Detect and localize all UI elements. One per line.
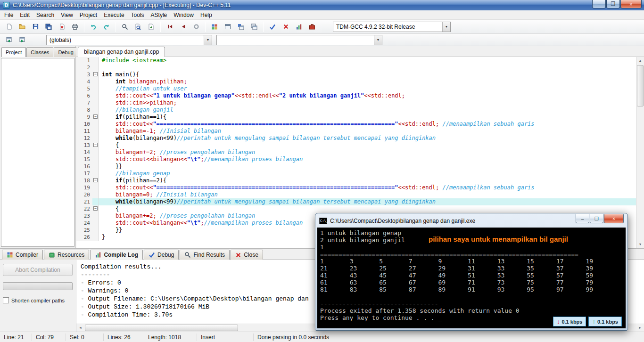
jump-forward-button[interactable] [177,21,189,33]
find-button[interactable] [119,21,131,33]
abort-compile-button[interactable] [280,21,292,33]
close-button[interactable]: × [620,0,642,8]
previous-unit-button[interactable] [3,34,15,46]
redo-button[interactable] [100,21,113,33]
toggle-breakpoint-button[interactable] [190,21,202,33]
compile-button[interactable] [208,21,221,33]
code-line-3[interactable]: 3−int main(){ [76,71,636,78]
code-line-5[interactable]: 5 //tampilan untuk user [76,85,636,92]
fold-marker-icon[interactable]: − [93,114,98,119]
minimize-button[interactable]: – [592,0,606,8]
menu-astyle[interactable]: AStyle [148,11,171,19]
menu-execute[interactable]: Execute [100,11,127,19]
code-line-18[interactable]: 18− if(pilihan==2){ [76,177,636,184]
profile-analysis-button[interactable] [293,21,305,33]
close-file-button[interactable] [56,21,68,33]
scroll-right-icon[interactable]: ► [636,324,644,332]
globals-select[interactable]: (globals) ▼ [46,35,212,45]
compiler-profile-select[interactable]: TDM-GCC 4.9.2 32-bit Release ▼ [333,22,451,32]
shorten-paths-checkbox[interactable] [3,297,9,303]
bottom-tab-compile-log[interactable]: Compile Log [90,250,143,260]
menu-help[interactable]: Help [197,11,215,19]
maximize-button[interactable]: ❒ [606,0,620,8]
titlebar[interactable]: D C:\Users\Compact\Desktop\bilangan gena… [0,0,644,10]
bottom-tab-debug[interactable]: Debug [144,250,179,260]
new-file-button[interactable] [3,21,15,33]
run-button[interactable] [222,21,234,33]
print-button[interactable] [69,21,81,33]
bottom-tab-close[interactable]: Close [231,250,263,260]
sidebar-tab-debug[interactable]: Debug [54,47,77,57]
fold-column [92,227,99,234]
goto-line-button[interactable] [145,21,157,33]
scroll-down-icon[interactable]: ▼ [636,241,644,248]
code-line-12[interactable]: 12 while(bilangan<99)//perintah untuk me… [76,135,636,142]
code-line-11[interactable]: 11 bilangan=-1; //Inisial bilangan [76,128,636,135]
code-line-22[interactable]: 22− { [76,205,636,212]
menu-tools[interactable]: Tools [128,11,148,19]
editor-vertical-scrollbar[interactable]: ▲ ▼ [636,57,644,248]
console-maximize-button[interactable]: ❒ [590,214,603,223]
project-tree[interactable] [1,58,74,247]
code-line-21[interactable]: 21 while(bilangan<99)//perintah untuk me… [76,198,636,205]
code-line-10[interactable]: 10 std::cout<<"=========================… [76,121,636,128]
menu-project[interactable]: Project [76,11,100,19]
class-browser-toolbar: (globals) ▼ ▼ [0,34,644,46]
console-minimize-button[interactable]: – [576,214,589,223]
fold-marker-icon[interactable]: − [93,143,98,147]
code-line-15[interactable]: 15 std::cout<<bilangan<<"\t";//menampilk… [76,156,636,163]
console-close-button[interactable]: × [604,214,624,223]
code-line-8[interactable]: 8 //bilangan ganjil [76,106,636,114]
bottom-tab-resources[interactable]: Resources [44,250,89,260]
chevron-down-icon[interactable]: ▼ [374,35,382,45]
replace-button[interactable] [132,21,144,33]
menu-file[interactable]: File [1,11,17,19]
code-line-13[interactable]: 13− { [76,142,636,149]
rebuild-all-button[interactable] [248,21,260,33]
menu-edit[interactable]: Edit [17,11,33,19]
line-number: 7 [76,99,92,106]
jump-back-button[interactable] [164,21,176,33]
syntax-check-button[interactable] [266,21,279,33]
next-unit-button[interactable] [16,34,28,46]
code-line-9[interactable]: 9− if(pilihan==1){ [76,114,636,121]
abort-compilation-button[interactable]: Abort Compilation [3,264,73,276]
fold-marker-icon[interactable]: − [93,72,98,76]
code-line-7[interactable]: 7 std::cin>>pilihan; [76,99,636,106]
undo-button[interactable] [87,21,99,33]
members-select[interactable]: ▼ [216,35,382,45]
menu-search[interactable]: Search [33,11,58,19]
bottom-tab-compiler[interactable]: Compiler [2,250,43,260]
scroll-up-icon[interactable]: ▲ [636,57,644,65]
code-line-19[interactable]: 19 std::cout<<"=========================… [76,184,636,191]
code-line-1[interactable]: 1#include <iostream> [76,57,636,64]
chevron-down-icon[interactable]: ▼ [204,35,212,45]
code-line-4[interactable]: 4 int bilangan,pilihan; [76,78,636,85]
sidebar-tab-project[interactable]: Project [1,47,26,57]
scrollbar-thumb[interactable] [637,65,644,106]
code-line-2[interactable]: 2 [76,64,636,71]
open-file-button[interactable] [16,21,28,33]
compile-run-button[interactable] [235,21,247,33]
chevron-down-icon[interactable]: ▼ [442,22,450,32]
save-button[interactable] [29,21,41,33]
shorten-paths-option[interactable]: Shorten compiler paths [3,297,73,303]
console-window[interactable]: C:\_ C:\Users\Compact\Desktop\bilangan g… [315,213,628,331]
scrollbar-thumb[interactable] [85,325,238,331]
code-line-20[interactable]: 20 bilangan=0; //Inisial bilangan [76,191,636,198]
code-line-6[interactable]: 6 std::cout<<"1 untuk bilangan genap"<<s… [76,92,636,99]
bottom-tab-find-results[interactable]: Find Results [180,250,230,260]
fold-marker-icon[interactable]: − [93,206,98,211]
menu-view[interactable]: View [58,11,76,19]
menu-window[interactable]: Window [170,11,197,19]
save-all-button[interactable] [42,21,55,33]
scroll-left-icon[interactable]: ◄ [76,324,84,332]
package-manager-button[interactable] [306,21,318,33]
editor-tab-active[interactable]: bilangan genap dan ganjil.cpp [78,47,165,57]
code-line-17[interactable]: 17 //bilangan genap [76,170,636,177]
console-titlebar[interactable]: C:\_ C:\Users\Compact\Desktop\bilangan g… [315,213,627,227]
code-line-14[interactable]: 14 bilangan+=2; //proses pengolahan bila… [76,149,636,156]
fold-marker-icon[interactable]: − [93,178,98,182]
sidebar-tab-classes[interactable]: Classes [26,47,53,57]
code-line-16[interactable]: 16 }} [76,163,636,170]
